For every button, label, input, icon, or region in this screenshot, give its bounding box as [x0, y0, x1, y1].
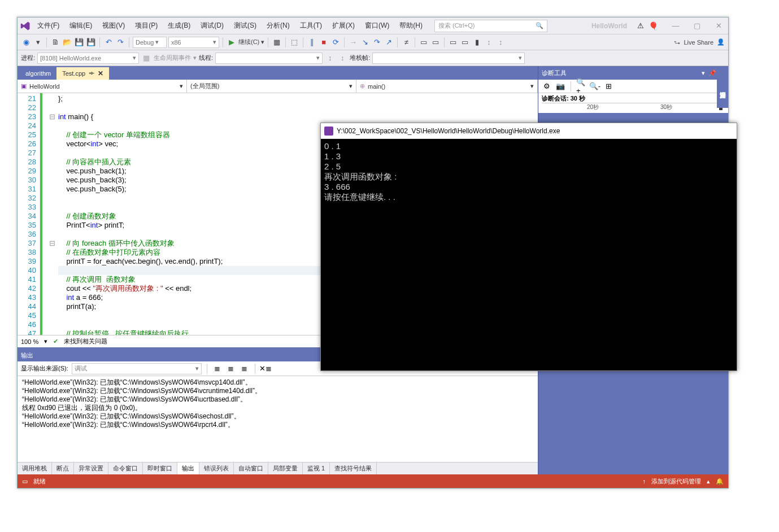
menu-test[interactable]: 测试(S): [229, 19, 261, 33]
solution-explorer-collapsed[interactable]: 解决方案资源管: [717, 66, 728, 108]
thread-dropdown[interactable]: ▾: [215, 53, 323, 64]
continue-icon[interactable]: ▶: [227, 37, 237, 47]
liveshare-icon[interactable]: ⮑: [674, 39, 680, 46]
console-body[interactable]: 0 . 11 . 32 . 5再次调用函数对象 :3 . 666请按任意键继续.…: [321, 139, 737, 204]
diagnostics-body: 诊断会话: 30 秒 20秒 30秒: [538, 93, 728, 113]
notification-icon[interactable]: 🔔: [716, 478, 724, 485]
diag-settings-icon[interactable]: ⚙: [542, 81, 552, 91]
nav-back-icon[interactable]: ◉: [21, 37, 31, 47]
output-source-dropdown[interactable]: 调试▾: [72, 363, 202, 374]
lifecycle-icon[interactable]: ▦: [141, 53, 151, 63]
saveall-icon[interactable]: 💾: [86, 37, 96, 47]
out-icon-2[interactable]: ≣: [226, 364, 236, 374]
maximize-button[interactable]: ▢: [690, 20, 704, 32]
close-tab-icon[interactable]: ✕: [98, 69, 103, 77]
menu-tools[interactable]: 工具(T): [295, 19, 327, 33]
btab-locals[interactable]: 局部变量: [268, 463, 303, 474]
btab-breakpoints[interactable]: 断点: [52, 463, 74, 474]
nav-fwd-icon[interactable]: ▾: [33, 37, 43, 47]
diag-zoomout-icon[interactable]: 🔍-: [590, 81, 600, 91]
console-title: Y:\002_WorkSpace\002_VS\HelloWorld\Hello…: [337, 127, 560, 135]
nav-func-dropdown[interactable]: ⊕ main()▾: [356, 80, 538, 93]
stepout-icon[interactable]: ↗: [384, 37, 394, 47]
btab-findsymbol[interactable]: 查找符号结果: [330, 463, 377, 474]
diag-pin-icon[interactable]: 📌: [708, 69, 716, 77]
stack-dropdown[interactable]: ▾: [372, 53, 525, 64]
user-icon[interactable]: 👤: [717, 38, 725, 46]
collapse-gutter[interactable]: ⊟ ⊟: [48, 93, 56, 335]
misc-icon-7[interactable]: ↕: [495, 37, 506, 47]
btab-errorlist[interactable]: 错误列表: [199, 463, 234, 474]
config-dropdown[interactable]: Debug▾: [133, 37, 167, 48]
platform-dropdown[interactable]: x86▾: [168, 37, 219, 48]
restart-icon[interactable]: ⟳: [330, 37, 341, 47]
minimize-button[interactable]: —: [668, 20, 683, 32]
flag-icon[interactable]: ▮: [472, 37, 482, 47]
output-body[interactable]: “HelloWorld.exe”(Win32): 已加载“C:\Windows\…: [18, 376, 538, 462]
zoom-level[interactable]: 100 %: [21, 338, 38, 345]
open-icon[interactable]: 📂: [62, 37, 72, 47]
menu-edit[interactable]: 编辑(E): [65, 19, 97, 33]
step-icon[interactable]: →: [348, 37, 358, 47]
continue-button[interactable]: 继续(C): [238, 38, 259, 46]
menu-help[interactable]: 帮助(H): [395, 19, 427, 33]
stop-icon[interactable]: ■: [319, 37, 329, 47]
diag-reset-icon[interactable]: ⊞: [603, 81, 613, 91]
btab-watch1[interactable]: 监视 1: [303, 463, 330, 474]
undo-icon[interactable]: ↶: [103, 37, 114, 47]
btab-output[interactable]: 输出: [177, 463, 199, 474]
out-icon-3[interactable]: ≣: [240, 364, 250, 374]
notify-warn-icon[interactable]: ⚠: [637, 21, 644, 30]
thread-icon2[interactable]: ↕: [337, 53, 347, 63]
status-dropdown-icon[interactable]: ▴: [707, 478, 710, 485]
out-clear-icon[interactable]: ✕≣: [260, 364, 271, 374]
btab-autos[interactable]: 自动窗口: [234, 463, 268, 474]
tool-icon-1[interactable]: ▦: [272, 37, 282, 47]
nav-scope-dropdown[interactable]: (全局范围)▾: [187, 80, 356, 93]
console-titlebar[interactable]: Y:\002_WorkSpace\002_VS\HelloWorld\Hello…: [321, 123, 737, 139]
stepinto-icon[interactable]: ↘: [360, 37, 370, 47]
menu-analyze[interactable]: 分析(N): [262, 19, 294, 33]
misc-icon-2[interactable]: ▭: [419, 37, 429, 47]
menu-file[interactable]: 文件(F): [33, 19, 64, 33]
thread-icon[interactable]: ↕: [325, 53, 335, 63]
diagnostics-header[interactable]: 诊断工具 ▾ 📌 ✕: [538, 66, 728, 80]
diag-snapshot-icon[interactable]: 📷: [555, 81, 565, 91]
new-icon[interactable]: 🗎: [50, 37, 60, 47]
process-bar: 进程: [8108] HelloWorld.exe▾ ▦ 生命周期事件▾ 线程:…: [18, 50, 728, 66]
btab-immediate[interactable]: 即时窗口: [143, 463, 177, 474]
menu-view[interactable]: 视图(V): [98, 19, 129, 33]
btab-exceptions[interactable]: 异常设置: [74, 463, 108, 474]
misc-icon-6[interactable]: ↕: [484, 37, 494, 47]
out-icon-1[interactable]: ≣: [212, 364, 223, 374]
pin-icon[interactable]: ⬲: [89, 71, 94, 77]
menu-build[interactable]: 生成(B): [163, 19, 195, 33]
close-button[interactable]: ✕: [711, 20, 726, 32]
nav-project-dropdown[interactable]: ▣ HelloWorld▾: [18, 80, 187, 93]
redo-icon[interactable]: ↷: [115, 37, 125, 47]
process-dropdown[interactable]: [8108] HelloWorld.exe▾: [37, 53, 139, 64]
menu-project[interactable]: 项目(P): [130, 19, 162, 33]
menu-window[interactable]: 窗口(W): [360, 19, 394, 33]
diag-zoomin-icon[interactable]: 🔍+: [576, 81, 586, 91]
misc-icon-1[interactable]: ≠: [401, 37, 411, 47]
feedback-icon[interactable]: 🎈: [649, 21, 658, 30]
misc-icon-4[interactable]: ▭: [448, 37, 458, 47]
search-input[interactable]: 搜索 (Ctrl+Q) 🔍: [434, 20, 547, 32]
liveshare-button[interactable]: Live Share: [684, 39, 713, 46]
menu-debug[interactable]: 调试(D): [196, 19, 228, 33]
misc-icon-3[interactable]: ▭: [430, 37, 441, 47]
stepover-icon[interactable]: ↷: [372, 37, 382, 47]
status-up-icon[interactable]: ↑: [643, 478, 646, 485]
tab-test-cpp[interactable]: Test.cpp ⬲ ✕: [56, 67, 109, 80]
source-control-button[interactable]: 添加到源代码管理: [651, 477, 701, 486]
tab-algorithm[interactable]: algorithm: [20, 67, 56, 80]
btab-command[interactable]: 命令窗口: [108, 463, 143, 474]
pause-icon[interactable]: ‖: [307, 37, 317, 47]
tool-icon-2[interactable]: ⬚: [289, 37, 299, 47]
diag-dropdown-icon[interactable]: ▾: [702, 69, 705, 77]
menu-ext[interactable]: 扩展(X): [328, 19, 359, 33]
save-icon[interactable]: 💾: [74, 37, 84, 47]
btab-callstack[interactable]: 调用堆栈: [18, 463, 52, 474]
misc-icon-5[interactable]: ▭: [460, 37, 470, 47]
